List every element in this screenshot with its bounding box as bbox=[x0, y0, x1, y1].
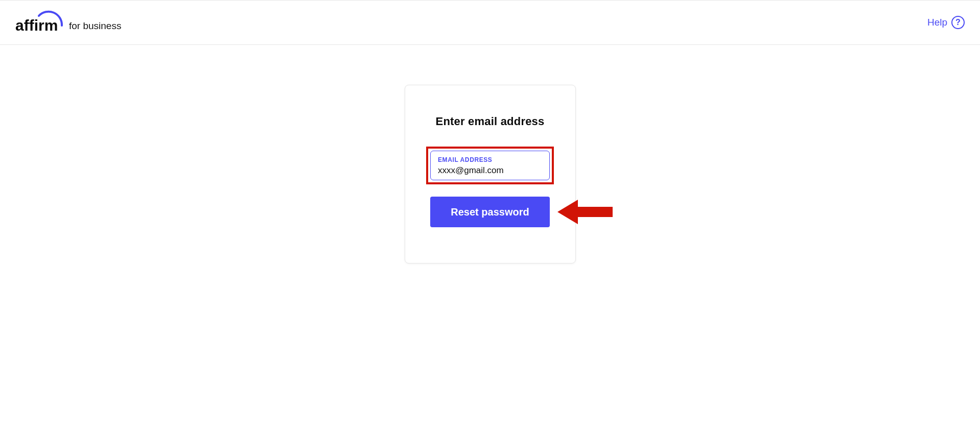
help-label: Help bbox=[927, 17, 947, 28]
email-label: EMAIL ADDRESS bbox=[438, 156, 542, 163]
help-icon: ? bbox=[951, 16, 965, 29]
annotation-arrow-icon bbox=[557, 198, 614, 226]
brand: affirm for business bbox=[15, 10, 121, 35]
svg-text:affirm: affirm bbox=[15, 17, 58, 34]
svg-marker-1 bbox=[557, 200, 613, 224]
affirm-logo: affirm bbox=[15, 10, 64, 35]
reset-password-card: Enter email address EMAIL ADDRESS Reset … bbox=[405, 85, 576, 264]
brand-sub: for business bbox=[69, 20, 121, 35]
card-title: Enter email address bbox=[436, 115, 545, 128]
email-field-container[interactable]: EMAIL ADDRESS bbox=[430, 151, 550, 180]
page-header: affirm for business Help ? bbox=[0, 0, 980, 45]
help-link[interactable]: Help ? bbox=[927, 16, 965, 29]
main: Enter email address EMAIL ADDRESS Reset … bbox=[0, 45, 980, 264]
reset-password-button[interactable]: Reset password bbox=[430, 197, 550, 227]
annotation-highlight: EMAIL ADDRESS bbox=[426, 147, 554, 184]
email-input[interactable] bbox=[438, 165, 542, 176]
